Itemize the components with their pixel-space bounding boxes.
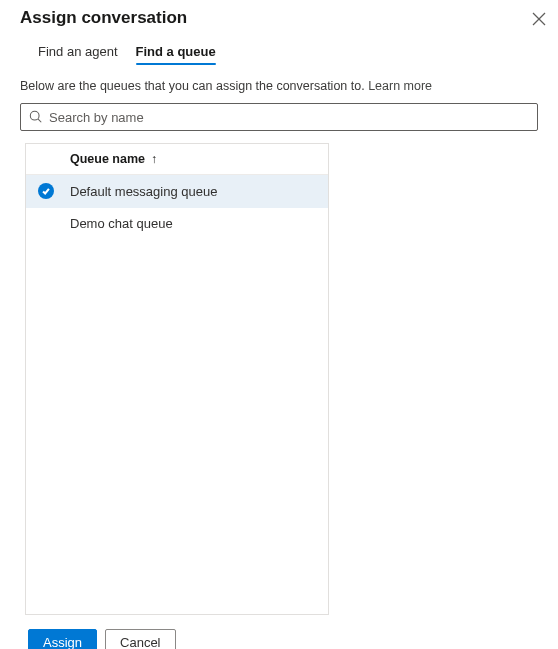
column-header-queue-name: Queue name bbox=[70, 152, 145, 166]
list-item[interactable]: Default messaging queue bbox=[26, 175, 328, 208]
description-text: Below are the queues that you can assign… bbox=[0, 65, 558, 103]
assign-button[interactable]: Assign bbox=[28, 629, 97, 649]
queue-list-panel: Queue name ↑ Default messaging queue Dem… bbox=[25, 143, 329, 615]
queue-list-body: Default messaging queue Demo chat queue bbox=[26, 174, 328, 614]
checkmark-icon bbox=[38, 183, 54, 199]
search-container bbox=[0, 103, 558, 131]
svg-line-3 bbox=[38, 120, 41, 123]
svg-point-2 bbox=[30, 112, 39, 121]
learn-more-link[interactable]: Learn more bbox=[368, 79, 432, 93]
search-box[interactable] bbox=[20, 103, 538, 131]
list-item-label: Default messaging queue bbox=[64, 184, 217, 199]
list-item[interactable]: Demo chat queue bbox=[26, 208, 328, 240]
dialog-header: Assign conversation bbox=[0, 0, 558, 32]
dialog-footer: Assign Cancel bbox=[0, 615, 558, 649]
close-button[interactable] bbox=[528, 8, 550, 32]
list-item-label: Demo chat queue bbox=[38, 216, 173, 231]
description-body: Below are the queues that you can assign… bbox=[20, 79, 368, 93]
sort-ascending-icon: ↑ bbox=[151, 152, 157, 166]
search-icon bbox=[29, 110, 43, 124]
tab-list: Find an agent Find a queue bbox=[0, 32, 558, 65]
cancel-button[interactable]: Cancel bbox=[105, 629, 175, 649]
assign-conversation-dialog: Assign conversation Find an agent Find a… bbox=[0, 0, 558, 649]
dialog-title: Assign conversation bbox=[20, 8, 187, 28]
search-input[interactable] bbox=[49, 110, 529, 125]
tab-find-queue[interactable]: Find a queue bbox=[136, 40, 216, 65]
queue-list-header[interactable]: Queue name ↑ bbox=[26, 144, 328, 174]
tab-find-agent[interactable]: Find an agent bbox=[38, 40, 118, 65]
close-icon bbox=[532, 14, 546, 29]
